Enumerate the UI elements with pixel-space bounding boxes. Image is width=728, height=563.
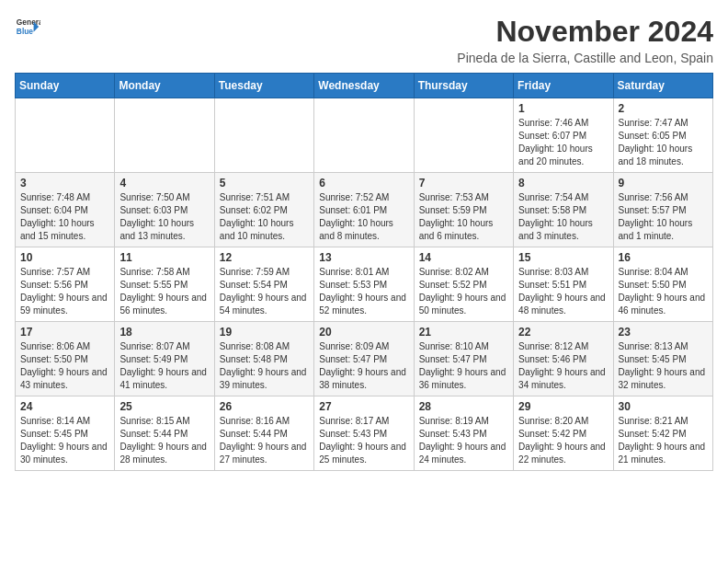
day-info: Sunrise: 7:48 AM Sunset: 6:04 PM Dayligh… — [20, 191, 109, 243]
calendar-cell — [314, 98, 414, 173]
day-info: Sunrise: 8:07 AM Sunset: 5:49 PM Dayligh… — [119, 340, 209, 392]
weekday-header: Tuesday — [214, 74, 313, 98]
day-number: 24 — [20, 400, 109, 413]
day-number: 16 — [619, 251, 708, 264]
day-info: Sunrise: 8:06 AM Sunset: 5:50 PM Dayligh… — [20, 340, 109, 392]
calendar-week-row: 3Sunrise: 7:48 AM Sunset: 6:04 PM Daylig… — [16, 173, 713, 247]
day-info: Sunrise: 8:17 AM Sunset: 5:43 PM Dayligh… — [319, 415, 408, 466]
calendar-cell: 21Sunrise: 8:10 AM Sunset: 5:47 PM Dayli… — [414, 322, 513, 396]
day-number: 3 — [20, 177, 109, 190]
calendar-cell: 16Sunrise: 8:04 AM Sunset: 5:50 PM Dayli… — [613, 247, 712, 322]
day-number: 30 — [619, 400, 708, 413]
day-info: Sunrise: 8:16 AM Sunset: 5:44 PM Dayligh… — [220, 415, 309, 466]
calendar-cell: 20Sunrise: 8:09 AM Sunset: 5:47 PM Dayli… — [314, 322, 414, 396]
calendar-header-row: SundayMondayTuesdayWednesdayThursdayFrid… — [16, 74, 713, 98]
day-number: 14 — [419, 251, 508, 264]
calendar-cell — [16, 98, 115, 173]
calendar-cell: 2Sunrise: 7:47 AM Sunset: 6:05 PM Daylig… — [613, 98, 712, 173]
calendar-cell — [214, 98, 313, 173]
calendar-week-row: 24Sunrise: 8:14 AM Sunset: 5:45 PM Dayli… — [16, 396, 713, 471]
weekday-header: Friday — [514, 74, 613, 98]
day-info: Sunrise: 8:12 AM Sunset: 5:46 PM Dayligh… — [518, 340, 608, 392]
calendar-week-row: 17Sunrise: 8:06 AM Sunset: 5:50 PM Dayli… — [16, 322, 713, 396]
calendar-cell: 19Sunrise: 8:08 AM Sunset: 5:48 PM Dayli… — [214, 322, 313, 396]
day-number: 4 — [119, 177, 209, 190]
day-number: 10 — [20, 251, 109, 264]
calendar-cell: 8Sunrise: 7:54 AM Sunset: 5:58 PM Daylig… — [514, 173, 613, 247]
weekday-header: Thursday — [414, 74, 513, 98]
calendar-cell: 22Sunrise: 8:12 AM Sunset: 5:46 PM Dayli… — [514, 322, 613, 396]
day-info: Sunrise: 7:57 AM Sunset: 5:56 PM Dayligh… — [20, 266, 109, 317]
calendar-cell: 29Sunrise: 8:20 AM Sunset: 5:42 PM Dayli… — [514, 396, 613, 471]
day-info: Sunrise: 8:15 AM Sunset: 5:44 PM Dayligh… — [119, 415, 209, 466]
day-info: Sunrise: 7:51 AM Sunset: 6:02 PM Dayligh… — [220, 191, 309, 243]
calendar-cell — [414, 98, 513, 173]
calendar-cell: 24Sunrise: 8:14 AM Sunset: 5:45 PM Dayli… — [16, 396, 115, 471]
calendar-cell: 13Sunrise: 8:01 AM Sunset: 5:53 PM Dayli… — [314, 247, 414, 322]
day-number: 22 — [518, 326, 608, 339]
day-number: 17 — [20, 326, 109, 339]
day-info: Sunrise: 8:13 AM Sunset: 5:45 PM Dayligh… — [619, 340, 708, 392]
day-info: Sunrise: 8:01 AM Sunset: 5:53 PM Dayligh… — [319, 266, 408, 317]
day-info: Sunrise: 7:52 AM Sunset: 6:01 PM Dayligh… — [319, 191, 408, 243]
day-info: Sunrise: 7:59 AM Sunset: 5:54 PM Dayligh… — [220, 266, 309, 317]
day-number: 21 — [419, 326, 508, 339]
calendar-cell: 5Sunrise: 7:51 AM Sunset: 6:02 PM Daylig… — [214, 173, 313, 247]
logo-icon: General Blue — [15, 15, 40, 40]
calendar-cell: 30Sunrise: 8:21 AM Sunset: 5:42 PM Dayli… — [613, 396, 712, 471]
day-info: Sunrise: 8:14 AM Sunset: 5:45 PM Dayligh… — [20, 415, 109, 466]
day-number: 28 — [419, 400, 508, 413]
day-number: 15 — [518, 251, 608, 264]
title-area: November 2024 Pineda de la Sierra, Casti… — [457, 15, 713, 65]
day-info: Sunrise: 8:21 AM Sunset: 5:42 PM Dayligh… — [619, 415, 708, 466]
day-info: Sunrise: 8:09 AM Sunset: 5:47 PM Dayligh… — [319, 340, 408, 392]
day-number: 5 — [220, 177, 309, 190]
day-info: Sunrise: 8:19 AM Sunset: 5:43 PM Dayligh… — [419, 415, 508, 466]
day-number: 13 — [319, 251, 408, 264]
day-info: Sunrise: 8:10 AM Sunset: 5:47 PM Dayligh… — [419, 340, 508, 392]
calendar-cell: 23Sunrise: 8:13 AM Sunset: 5:45 PM Dayli… — [613, 322, 712, 396]
day-number: 12 — [220, 251, 309, 264]
calendar-cell — [115, 98, 214, 173]
calendar-cell: 10Sunrise: 7:57 AM Sunset: 5:56 PM Dayli… — [16, 247, 115, 322]
calendar-cell: 7Sunrise: 7:53 AM Sunset: 5:59 PM Daylig… — [414, 173, 513, 247]
day-info: Sunrise: 7:47 AM Sunset: 6:05 PM Dayligh… — [619, 117, 708, 168]
calendar-table: SundayMondayTuesdayWednesdayThursdayFrid… — [15, 73, 713, 471]
calendar-cell: 4Sunrise: 7:50 AM Sunset: 6:03 PM Daylig… — [115, 173, 214, 247]
day-info: Sunrise: 7:58 AM Sunset: 5:55 PM Dayligh… — [119, 266, 209, 317]
calendar-cell: 14Sunrise: 8:02 AM Sunset: 5:52 PM Dayli… — [414, 247, 513, 322]
day-info: Sunrise: 8:02 AM Sunset: 5:52 PM Dayligh… — [419, 266, 508, 317]
calendar-week-row: 1Sunrise: 7:46 AM Sunset: 6:07 PM Daylig… — [16, 98, 713, 173]
day-number: 26 — [220, 400, 309, 413]
day-number: 1 — [518, 102, 608, 115]
day-info: Sunrise: 8:20 AM Sunset: 5:42 PM Dayligh… — [518, 415, 608, 466]
page-header: General Blue November 2024 Pineda de la … — [15, 15, 713, 65]
calendar-cell: 18Sunrise: 8:07 AM Sunset: 5:49 PM Dayli… — [115, 322, 214, 396]
calendar-cell: 27Sunrise: 8:17 AM Sunset: 5:43 PM Dayli… — [314, 396, 414, 471]
day-info: Sunrise: 8:08 AM Sunset: 5:48 PM Dayligh… — [220, 340, 309, 392]
calendar-cell: 25Sunrise: 8:15 AM Sunset: 5:44 PM Dayli… — [115, 396, 214, 471]
day-info: Sunrise: 7:50 AM Sunset: 6:03 PM Dayligh… — [119, 191, 209, 243]
calendar-cell: 6Sunrise: 7:52 AM Sunset: 6:01 PM Daylig… — [314, 173, 414, 247]
day-info: Sunrise: 7:56 AM Sunset: 5:57 PM Dayligh… — [619, 191, 708, 243]
weekday-header: Monday — [115, 74, 214, 98]
calendar-cell: 15Sunrise: 8:03 AM Sunset: 5:51 PM Dayli… — [514, 247, 613, 322]
logo: General Blue — [15, 15, 40, 40]
calendar-cell: 26Sunrise: 8:16 AM Sunset: 5:44 PM Dayli… — [214, 396, 313, 471]
calendar-cell: 9Sunrise: 7:56 AM Sunset: 5:57 PM Daylig… — [613, 173, 712, 247]
day-number: 8 — [518, 177, 608, 190]
day-number: 29 — [518, 400, 608, 413]
day-number: 27 — [319, 400, 408, 413]
day-number: 25 — [119, 400, 209, 413]
day-number: 2 — [619, 102, 708, 115]
weekday-header: Wednesday — [314, 74, 414, 98]
weekday-header: Sunday — [16, 74, 115, 98]
day-number: 19 — [220, 326, 309, 339]
day-info: Sunrise: 8:03 AM Sunset: 5:51 PM Dayligh… — [518, 266, 608, 317]
day-info: Sunrise: 7:46 AM Sunset: 6:07 PM Dayligh… — [518, 117, 608, 168]
calendar-cell: 1Sunrise: 7:46 AM Sunset: 6:07 PM Daylig… — [514, 98, 613, 173]
calendar-cell: 28Sunrise: 8:19 AM Sunset: 5:43 PM Dayli… — [414, 396, 513, 471]
day-number: 18 — [119, 326, 209, 339]
day-info: Sunrise: 7:53 AM Sunset: 5:59 PM Dayligh… — [419, 191, 508, 243]
day-number: 6 — [319, 177, 408, 190]
